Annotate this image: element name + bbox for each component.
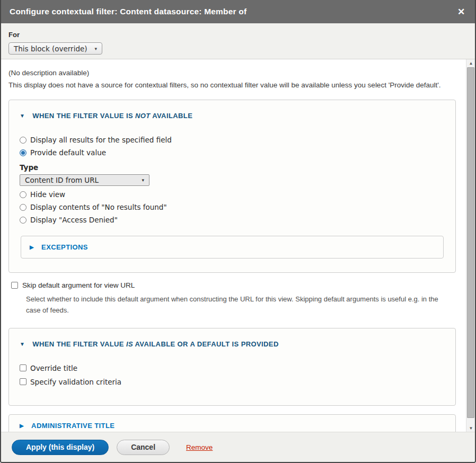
checkbox-skip-default-argument[interactable]: Skip default argument for view URL bbox=[11, 281, 456, 289]
fieldset-not-available-title: WHEN THE FILTER VALUE IS NOT AVAILABLE bbox=[32, 112, 192, 120]
fieldset-administrative-title: ▶ ADMINISTRATIVE TITLE bbox=[8, 414, 456, 432]
radio-label[interactable]: Provide default value bbox=[30, 148, 106, 157]
fieldset-available-header[interactable]: ▼ WHEN THE FILTER VALUE IS AVAILABLE OR … bbox=[20, 336, 445, 352]
for-section: For This block (override) ▾ bbox=[1, 23, 475, 59]
type-select[interactable]: Content ID from URL ▾ bbox=[20, 174, 149, 186]
radio-access-denied[interactable]: Display "Access Denied" bbox=[20, 216, 445, 224]
radio-display-all-results[interactable]: Display all results for the specified fi… bbox=[20, 136, 445, 144]
checkbox-icon[interactable] bbox=[20, 364, 27, 371]
fieldset-available: ▼ WHEN THE FILTER VALUE IS AVAILABLE OR … bbox=[8, 328, 456, 406]
checkbox-icon[interactable] bbox=[20, 378, 27, 385]
radio-hide-view[interactable]: Hide view bbox=[20, 190, 445, 199]
vertical-scrollbar[interactable]: ▲ ▼ bbox=[466, 59, 475, 432]
scrollbar-thumb[interactable] bbox=[467, 67, 474, 418]
dialog-titlebar: Configure contextual filter: Content dat… bbox=[1, 0, 475, 23]
checkbox-override-title[interactable]: Override title bbox=[20, 364, 445, 372]
scroll-down-icon[interactable]: ▼ bbox=[466, 424, 475, 432]
fieldset-not-available-header[interactable]: ▼ WHEN THE FILTER VALUE IS NOT AVAILABLE bbox=[20, 108, 445, 124]
skip-default-description: Select whether to include this default a… bbox=[26, 293, 451, 316]
radio-icon[interactable] bbox=[20, 204, 27, 211]
chevron-down-icon: ▾ bbox=[142, 177, 144, 183]
dialog-footer: Apply (this display) Cancel Remove bbox=[1, 432, 475, 462]
chevron-collapsed-icon: ▶ bbox=[30, 244, 34, 250]
radio-provide-default[interactable]: Provide default value bbox=[20, 148, 445, 157]
radio-icon[interactable] bbox=[20, 137, 27, 144]
remove-link[interactable]: Remove bbox=[186, 443, 213, 451]
chevron-collapsed-icon: ▶ bbox=[20, 423, 24, 429]
for-select[interactable]: This block (override) ▾ bbox=[8, 42, 102, 55]
checkbox-icon[interactable] bbox=[11, 282, 18, 289]
radio-label[interactable]: Hide view bbox=[30, 190, 65, 199]
fieldset-administrative-title-header[interactable]: ▶ ADMINISTRATIVE TITLE bbox=[20, 417, 445, 432]
for-select-value: This block (override) bbox=[14, 44, 87, 53]
chevron-down-icon: ▾ bbox=[95, 46, 98, 51]
fieldset-not-available: ▼ WHEN THE FILTER VALUE IS NOT AVAILABLE… bbox=[8, 100, 456, 273]
cancel-button[interactable]: Cancel bbox=[117, 440, 170, 455]
checkbox-specify-validation[interactable]: Specify validation criteria bbox=[20, 378, 445, 386]
radio-label[interactable]: Display all results for the specified fi… bbox=[30, 136, 172, 144]
fieldset-available-title: WHEN THE FILTER VALUE IS AVAILABLE OR A … bbox=[32, 340, 278, 348]
fieldset-exceptions: ▶ EXCEPTIONS bbox=[21, 236, 444, 259]
fieldset-exceptions-header[interactable]: ▶ EXCEPTIONS bbox=[30, 239, 435, 255]
fieldset-exceptions-title: EXCEPTIONS bbox=[41, 243, 88, 251]
checkbox-label[interactable]: Skip default argument for view URL bbox=[22, 281, 135, 289]
radio-no-results[interactable]: Display contents of "No results found" bbox=[20, 203, 445, 211]
apply-button[interactable]: Apply (this display) bbox=[12, 440, 109, 455]
dialog-body: (No description available) This display … bbox=[1, 59, 475, 432]
for-label: For bbox=[8, 31, 468, 39]
no-description-text: (No description available) bbox=[8, 69, 456, 77]
radio-label[interactable]: Display contents of "No results found" bbox=[30, 203, 167, 211]
chevron-expanded-icon: ▼ bbox=[20, 113, 25, 119]
close-icon[interactable]: ✕ bbox=[455, 5, 468, 18]
radio-selected-icon[interactable] bbox=[20, 149, 27, 156]
display-note-text: This display does not have a source for … bbox=[8, 81, 456, 89]
radio-icon[interactable] bbox=[20, 217, 27, 224]
type-label: Type bbox=[20, 163, 445, 172]
checkbox-label[interactable]: Specify validation criteria bbox=[30, 378, 121, 386]
scroll-up-icon[interactable]: ▲ bbox=[466, 59, 475, 67]
contextual-filter-dialog: Configure contextual filter: Content dat… bbox=[0, 0, 476, 463]
radio-icon[interactable] bbox=[20, 191, 27, 198]
chevron-expanded-icon: ▼ bbox=[20, 341, 25, 347]
fieldset-administrative-title-title: ADMINISTRATIVE TITLE bbox=[31, 422, 114, 430]
dialog-title: Configure contextual filter: Content dat… bbox=[10, 7, 246, 16]
checkbox-label[interactable]: Override title bbox=[30, 364, 77, 372]
type-select-value: Content ID from URL bbox=[25, 176, 99, 184]
radio-label[interactable]: Display "Access Denied" bbox=[30, 216, 118, 224]
